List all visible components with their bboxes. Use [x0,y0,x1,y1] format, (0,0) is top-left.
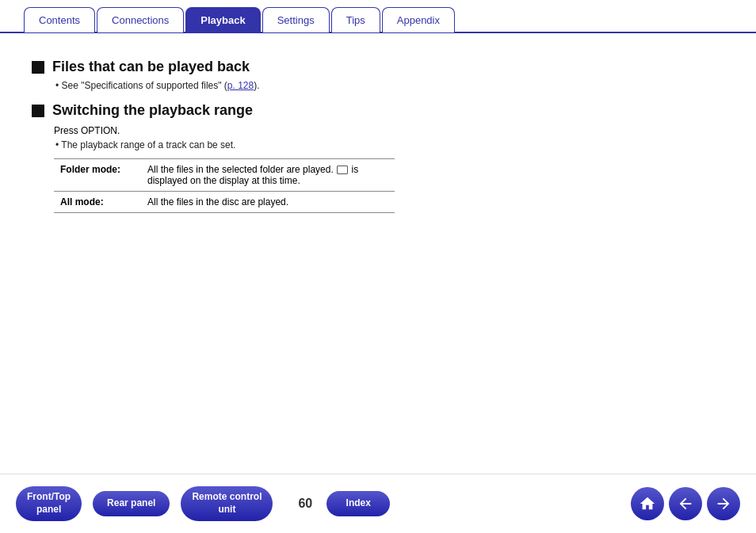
section-icon-2 [32,105,44,117]
section-range-header: Switching the playback range [32,102,724,119]
rear-panel-button[interactable]: Rear panel [93,491,170,516]
all-mode-desc: All the files in the disc are played. [141,192,395,213]
folder-icon [337,166,348,174]
home-button[interactable] [631,487,664,520]
tab-navigation: Contents Connections Playback Settings T… [0,0,756,33]
specs-link[interactable]: p. 128 [227,80,254,91]
front-top-panel-button[interactable]: Front/Toppanel [16,486,82,520]
forward-button[interactable] [707,487,740,520]
folder-mode-desc: All the files in the selected folder are… [141,159,395,192]
section-range-title: Switching the playback range [52,102,253,119]
section-icon [32,61,44,74]
tab-tips[interactable]: Tips [331,7,380,32]
tab-connections[interactable]: Connections [97,7,184,32]
main-content: Files that can be played back See "Speci… [0,33,756,221]
page-number: 60 [298,497,312,511]
back-button[interactable] [669,487,702,520]
forward-icon [715,495,732,512]
remote-control-button[interactable]: Remote controlunit [181,486,273,520]
home-icon [639,495,656,512]
table-row-all: All mode: All the files in the disc are … [54,192,395,213]
all-mode-label: All mode: [54,192,141,213]
section-files-header: Files that can be played back [32,59,724,75]
range-bullet: The playback range of a track can be set… [55,139,724,150]
table-row-folder: Folder mode: All the files in the select… [54,159,395,192]
tab-settings[interactable]: Settings [262,7,330,32]
mode-table: Folder mode: All the files in the select… [54,158,395,213]
press-option-text: Press OPTION. [54,125,724,136]
tab-appendix[interactable]: Appendix [382,7,455,32]
section-files-title: Files that can be played back [52,59,250,75]
tab-contents[interactable]: Contents [24,7,95,32]
files-bullet: See "Specifications of supported files" … [55,80,724,91]
bottom-bar: Front/Toppanel Rear panel Remote control… [0,474,756,533]
tab-playback[interactable]: Playback [185,7,260,32]
folder-mode-label: Folder mode: [54,159,141,192]
index-button[interactable]: Index [326,491,390,516]
back-icon [677,495,694,512]
